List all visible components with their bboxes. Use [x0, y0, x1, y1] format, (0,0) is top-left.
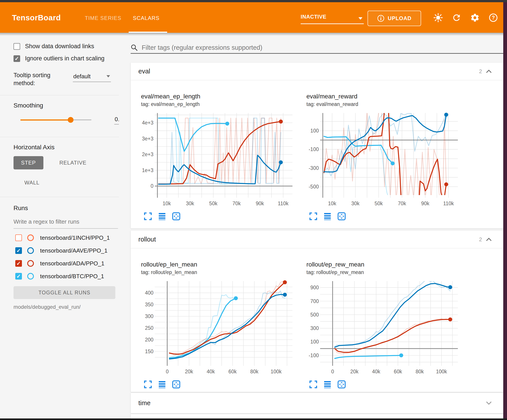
- smoothing-input[interactable]: [114, 115, 119, 124]
- chevron-down-icon: [359, 17, 362, 20]
- axis-option-relative[interactable]: RELATIVE: [52, 156, 94, 169]
- svg-text:3e+3: 3e+3: [142, 136, 154, 142]
- fit-data-icon[interactable]: [338, 212, 346, 220]
- svg-text:60k: 60k: [394, 369, 402, 374]
- collapse-icon[interactable]: [486, 70, 492, 73]
- svg-text:100k: 100k: [436, 369, 447, 374]
- smoothing-slider[interactable]: [20, 117, 92, 123]
- run-checkbox[interactable]: [15, 234, 22, 241]
- chart-plot[interactable]: 150200250300350400020k40k60k80k100k: [138, 278, 296, 379]
- help-icon[interactable]: ?: [488, 13, 498, 23]
- run-row[interactable]: ✓tensorboard/ADA/PPO_1: [15, 257, 119, 270]
- fullscreen-icon[interactable]: [309, 380, 317, 389]
- run-label: tensorboard/BTC/PPO_1: [40, 273, 104, 280]
- brightness-icon[interactable]: [433, 13, 443, 23]
- svg-text:110k: 110k: [443, 201, 454, 206]
- ignore-outliers-checkbox[interactable]: ✓: [14, 55, 20, 62]
- svg-text:1e+3: 1e+3: [142, 167, 154, 173]
- window-bottom-edge: [0, 419, 507, 420]
- svg-text:100k: 100k: [271, 369, 282, 374]
- data-table-icon[interactable]: [323, 212, 332, 220]
- svg-text:80k: 80k: [415, 369, 424, 374]
- divider: [0, 197, 119, 197]
- section-card-eval: eval 2 eval/mean_ep_length tag: eval/mea…: [131, 62, 503, 228]
- chart-tag: tag: rollout/ep_len_mean: [138, 269, 296, 275]
- run-color-circle: [27, 234, 34, 241]
- data-table-icon[interactable]: [323, 380, 332, 389]
- svg-text:-100: -100: [309, 352, 319, 358]
- fullscreen-icon[interactable]: [144, 380, 152, 389]
- section-header-rollout[interactable]: rollout 2: [131, 231, 503, 248]
- chart-plot[interactable]: -100100300500700900020k40k60k80k100k: [304, 278, 461, 379]
- svg-text:-300: -300: [309, 165, 319, 171]
- svg-text:400: 400: [145, 290, 154, 296]
- tag-filter-input[interactable]: [141, 44, 503, 52]
- svg-text:50k: 50k: [375, 201, 383, 206]
- section-card-time: time: [131, 393, 503, 413]
- chart-card-rollout-ep-rew-mean: rollout/ep_rew_mean tag: rollout/ep_rew_…: [304, 261, 461, 389]
- fit-data-icon[interactable]: [172, 380, 180, 389]
- svg-text:0: 0: [166, 369, 169, 374]
- tensorboard-window: TensorBoard TIME SERIES SCALARS INACTIVE…: [0, 0, 507, 420]
- collapse-icon[interactable]: [486, 238, 492, 241]
- upload-button[interactable]: UPLOAD: [367, 11, 421, 26]
- ignore-outliers-row[interactable]: ✓ Ignore outliers in chart scaling: [14, 55, 119, 62]
- show-download-row[interactable]: Show data download links: [14, 43, 119, 50]
- axis-option-step[interactable]: STEP: [14, 156, 43, 169]
- chart-plot[interactable]: 100-100-300-50010k30k50k70k90k110k: [304, 110, 461, 211]
- divider: [0, 95, 119, 95]
- run-checkbox[interactable]: ✓: [15, 273, 22, 280]
- chart-plot[interactable]: 01e+32e+33e+34e+310k30k50k70k90k110k: [138, 110, 296, 211]
- settings-icon[interactable]: [470, 13, 480, 23]
- fullscreen-icon[interactable]: [144, 212, 152, 220]
- axis-option-wall[interactable]: WALL: [24, 178, 39, 187]
- fit-data-icon[interactable]: [172, 212, 180, 220]
- chart-card-eval-mean-ep-length: eval/mean_ep_length tag: eval/mean_ep_le…: [138, 93, 296, 221]
- active-tab-underline: [129, 32, 167, 33]
- svg-text:0: 0: [331, 369, 334, 374]
- refresh-icon[interactable]: [452, 13, 461, 23]
- section-header-eval[interactable]: eval 2: [131, 62, 503, 80]
- run-checkbox[interactable]: ✓: [15, 247, 22, 254]
- tab-scalars[interactable]: SCALARS: [133, 15, 159, 21]
- chart-title: rollout/ep_rew_mean: [304, 261, 461, 268]
- svg-text:500: 500: [310, 312, 319, 318]
- run-checkbox[interactable]: ✓: [15, 260, 22, 267]
- svg-text:900: 900: [310, 285, 319, 290]
- section-header-time[interactable]: time: [131, 393, 503, 413]
- status-dropdown[interactable]: INACTIVE: [301, 14, 364, 24]
- run-row[interactable]: ✓tensorboard/AAVE/PPO_1: [15, 244, 119, 257]
- ignore-outliers-label: Ignore outliers in chart scaling: [25, 55, 105, 62]
- runs-filter-input[interactable]: [14, 217, 118, 229]
- svg-text:?: ?: [492, 15, 495, 21]
- run-row[interactable]: tensorboard/1INCH/PPO_1: [15, 231, 119, 244]
- data-table-icon[interactable]: [158, 212, 166, 220]
- run-row[interactable]: ✓tensorboard/BTC/PPO_1: [15, 270, 119, 283]
- data-table-icon[interactable]: [158, 380, 166, 389]
- svg-text:250: 250: [145, 325, 154, 331]
- fullscreen-icon[interactable]: [309, 212, 317, 220]
- svg-text:20k: 20k: [185, 369, 193, 374]
- tag-filter-bar[interactable]: [131, 42, 503, 54]
- tooltip-sorting-dropdown[interactable]: default: [73, 73, 111, 82]
- slider-knob[interactable]: [68, 117, 73, 123]
- svg-text:-500: -500: [309, 184, 319, 190]
- show-download-checkbox[interactable]: [14, 43, 20, 50]
- chart-card-rollout-ep-len-mean: rollout/ep_len_mean tag: rollout/ep_len_…: [138, 261, 296, 389]
- svg-text:350: 350: [145, 302, 154, 307]
- tooltip-sorting-label: Tooltip sorting method:: [14, 71, 73, 87]
- expand-icon[interactable]: [486, 401, 492, 405]
- fit-data-icon[interactable]: [338, 380, 346, 389]
- section-card-rollout: rollout 2 rollout/ep_len_mean tag: rollo…: [131, 231, 503, 392]
- chart-title: eval/mean_reward: [304, 93, 461, 100]
- run-label: tensorboard/AAVE/PPO_1: [40, 247, 107, 254]
- toggle-all-runs-button[interactable]: TOGGLE ALL RUNS: [14, 286, 115, 299]
- svg-text:70k: 70k: [398, 201, 406, 206]
- svg-text:150: 150: [145, 349, 154, 354]
- smoothing-value-box[interactable]: [114, 115, 119, 124]
- tab-time-series[interactable]: TIME SERIES: [85, 15, 121, 21]
- chart-tag: tag: eval/mean_ep_length: [138, 101, 296, 107]
- svg-text:700: 700: [310, 298, 319, 304]
- charts-row: rollout/ep_len_mean tag: rollout/ep_len_…: [131, 248, 503, 389]
- svg-text:40k: 40k: [207, 369, 215, 374]
